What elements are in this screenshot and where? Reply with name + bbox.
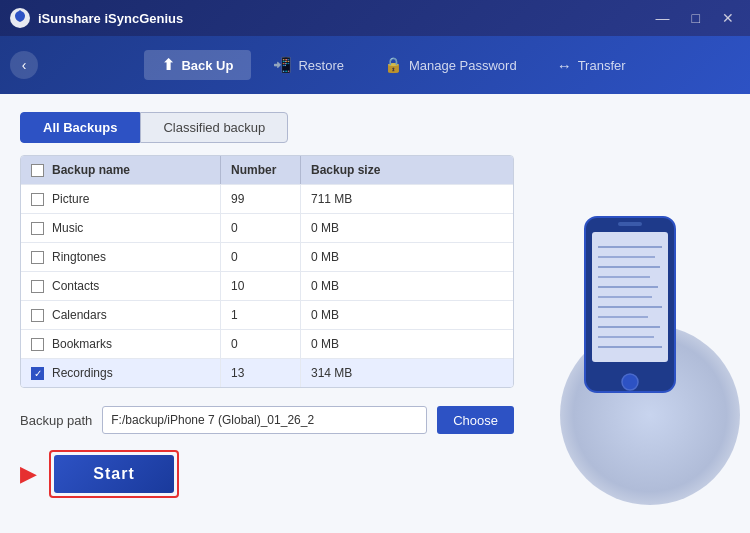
cell-number-contacts: 10 <box>221 272 301 300</box>
main-content: All Backups Classified backup Backup nam… <box>0 94 750 533</box>
checkbox-music[interactable] <box>31 222 44 235</box>
maximize-button[interactable]: □ <box>686 8 706 28</box>
svg-rect-15 <box>618 222 642 226</box>
cell-size-ringtones: 0 MB <box>301 243 401 271</box>
header-size: Backup size <box>301 156 401 184</box>
nav-bar: ‹ ⬆ Back Up 📲 Restore 🔒 Manage Password … <box>0 36 750 94</box>
backup-path-input[interactable] <box>102 406 427 434</box>
header-name: Backup name <box>21 156 221 184</box>
nav-tab-restore-label: Restore <box>298 58 344 73</box>
minimize-button[interactable]: — <box>650 8 676 28</box>
cell-number-picture: 99 <box>221 185 301 213</box>
cell-name-music: Music <box>21 214 221 242</box>
cell-number-recordings: 13 <box>221 359 301 387</box>
table-row: Music 0 0 MB <box>21 213 513 242</box>
back-button[interactable]: ‹ <box>10 51 38 79</box>
window-controls: — □ ✕ <box>650 8 740 28</box>
nav-tab-manage-password-label: Manage Password <box>409 58 517 73</box>
phone-svg <box>570 212 690 412</box>
cell-size-picture: 711 MB <box>301 185 401 213</box>
table-row: ✓ Recordings 13 314 MB <box>21 358 513 387</box>
cell-size-contacts: 0 MB <box>301 272 401 300</box>
header-number: Number <box>221 156 301 184</box>
content-tabs: All Backups Classified backup <box>20 112 514 143</box>
cell-number-calendars: 1 <box>221 301 301 329</box>
nav-tab-backup[interactable]: ⬆ Back Up <box>144 50 251 80</box>
cell-size-recordings: 314 MB <box>301 359 401 387</box>
nav-tab-backup-label: Back Up <box>181 58 233 73</box>
cell-name-ringtones: Ringtones <box>21 243 221 271</box>
cell-size-bookmarks: 0 MB <box>301 330 401 358</box>
nav-tabs: ⬆ Back Up 📲 Restore 🔒 Manage Password ↔ … <box>48 50 740 80</box>
checkbox-picture[interactable] <box>31 193 44 206</box>
checkbox-bookmarks[interactable] <box>31 338 44 351</box>
cell-name-contacts: Contacts <box>21 272 221 300</box>
table-row: Ringtones 0 0 MB <box>21 242 513 271</box>
left-panel: All Backups Classified backup Backup nam… <box>20 112 514 515</box>
arrow-indicator-icon: ▶ <box>20 461 37 487</box>
nav-tab-restore[interactable]: 📲 Restore <box>255 50 362 80</box>
start-button[interactable]: Start <box>54 455 174 493</box>
close-button[interactable]: ✕ <box>716 8 740 28</box>
transfer-icon: ↔ <box>557 57 572 74</box>
path-row: Backup path Choose <box>20 406 514 434</box>
cell-name-bookmarks: Bookmarks <box>21 330 221 358</box>
checkbox-contacts[interactable] <box>31 280 44 293</box>
app-logo <box>10 8 30 28</box>
lock-icon: 🔒 <box>384 56 403 74</box>
cell-name-recordings: ✓ Recordings <box>21 359 221 387</box>
backup-table: Backup name Number Backup size Picture 9… <box>20 155 514 388</box>
nav-tab-transfer-label: Transfer <box>578 58 626 73</box>
nav-tab-transfer[interactable]: ↔ Transfer <box>539 51 644 80</box>
cell-size-music: 0 MB <box>301 214 401 242</box>
checkbox-calendars[interactable] <box>31 309 44 322</box>
checkbox-recordings[interactable]: ✓ <box>31 367 44 380</box>
backup-icon: ⬆ <box>162 56 175 74</box>
table-row: Picture 99 711 MB <box>21 184 513 213</box>
app-title: iSunshare iSyncGenius <box>38 11 650 26</box>
phone-illustration <box>570 212 690 415</box>
checkbox-ringtones[interactable] <box>31 251 44 264</box>
restore-icon: 📲 <box>273 56 292 74</box>
choose-button[interactable]: Choose <box>437 406 514 434</box>
title-bar: iSunshare iSyncGenius — □ ✕ <box>0 0 750 36</box>
tab-all-backups[interactable]: All Backups <box>20 112 140 143</box>
table-header: Backup name Number Backup size <box>21 156 513 184</box>
nav-tab-manage-password[interactable]: 🔒 Manage Password <box>366 50 535 80</box>
cell-number-ringtones: 0 <box>221 243 301 271</box>
right-panel <box>530 112 730 515</box>
table-row: Calendars 1 0 MB <box>21 300 513 329</box>
tab-classified-backup[interactable]: Classified backup <box>140 112 288 143</box>
start-row: ▶ Start <box>20 450 514 498</box>
start-button-wrapper: Start <box>49 450 179 498</box>
cell-size-calendars: 0 MB <box>301 301 401 329</box>
cell-number-music: 0 <box>221 214 301 242</box>
table-row: Bookmarks 0 0 MB <box>21 329 513 358</box>
cell-name-picture: Picture <box>21 185 221 213</box>
svg-point-14 <box>622 374 638 390</box>
cell-number-bookmarks: 0 <box>221 330 301 358</box>
cell-name-calendars: Calendars <box>21 301 221 329</box>
select-all-checkbox[interactable] <box>31 164 44 177</box>
table-row: Contacts 10 0 MB <box>21 271 513 300</box>
backup-path-label: Backup path <box>20 413 92 428</box>
